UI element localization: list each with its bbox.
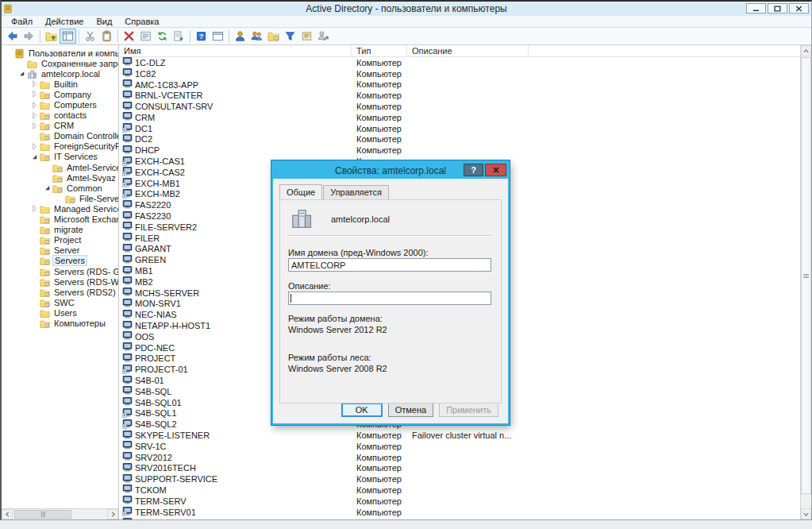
table-row[interactable]: CONSULTANT-SRVКомпьютер <box>119 101 800 112</box>
table-row[interactable]: TCKOMКомпьютер <box>119 485 800 496</box>
tree-item-computers[interactable]: Computers <box>2 99 118 110</box>
new-user-icon[interactable] <box>232 29 248 44</box>
tree-item-contacts[interactable]: contacts <box>2 110 118 121</box>
chevron-collapsed-icon[interactable] <box>30 204 39 213</box>
chevron-expanded-icon[interactable] <box>17 69 26 78</box>
apply-button[interactable]: Применить <box>439 403 498 417</box>
chevron-collapsed-icon[interactable] <box>30 122 39 130</box>
chevron-collapsed-icon[interactable] <box>30 111 39 120</box>
description-field[interactable] <box>288 292 491 305</box>
scroll-down-arrow-icon[interactable] <box>801 508 811 519</box>
column-header-type[interactable]: Тип <box>352 45 407 56</box>
cut-icon[interactable] <box>82 29 98 44</box>
table-row[interactable]: SRV-1CКомпьютер <box>119 441 800 452</box>
tab-managed-by[interactable]: Управляется <box>323 185 389 200</box>
tree-item-domain-controllers[interactable]: Domain Controllers <box>2 131 118 141</box>
export-list-icon[interactable] <box>171 29 187 44</box>
tree-item-builtin[interactable]: Builtin <box>2 79 118 89</box>
table-row[interactable]: BRNL-VCENTERКомпьютер <box>119 90 800 101</box>
maximize-button[interactable] <box>768 3 787 14</box>
menu-help[interactable]: Справка <box>118 16 165 28</box>
window-icon[interactable] <box>210 29 226 44</box>
menu-file[interactable]: Файл <box>5 16 39 28</box>
show-tree-icon[interactable] <box>60 29 76 44</box>
tree-item-users[interactable]: Users <box>2 307 118 318</box>
new-group-icon[interactable] <box>248 29 265 44</box>
list-vertical-scrollbar[interactable] <box>800 45 811 519</box>
table-row[interactable]: SRV2016TECHКомпьютер <box>119 462 800 473</box>
menu-view[interactable]: Вид <box>90 16 118 28</box>
delete-icon[interactable] <box>121 29 137 44</box>
table-row[interactable]: DC2Компьютер <box>119 134 800 145</box>
minimize-button[interactable] <box>746 3 766 14</box>
list-scrollbar-thumb[interactable] <box>801 57 811 494</box>
tree-item-foreignsecurityprincipals[interactable]: ForeignSecurityPrincipals <box>2 141 118 152</box>
chevron-expanded-icon[interactable] <box>43 183 52 192</box>
properties-icon[interactable] <box>137 29 154 44</box>
table-row[interactable]: SUPPORT-SERVICEКомпьютер <box>119 473 800 485</box>
chevron-collapsed-icon[interactable] <box>30 90 39 98</box>
chevron-expanded-icon[interactable] <box>30 153 39 161</box>
table-row[interactable] <box>119 517 800 519</box>
tree-scrollbar-thumb[interactable] <box>14 510 71 519</box>
add-member-icon[interactable] <box>315 29 332 44</box>
scroll-up-arrow-icon[interactable] <box>801 45 811 56</box>
dialog-close-button[interactable] <box>485 164 506 176</box>
forward-icon[interactable] <box>21 29 37 44</box>
table-row[interactable]: SKYPE-LISTENERКомпьютерFailover cluster … <box>119 430 800 441</box>
table-row[interactable]: 1C82Компьютер <box>119 68 800 79</box>
table-row[interactable]: SRV2012Компьютер <box>119 452 800 463</box>
table-row[interactable]: 1C-DLZКомпьютер <box>119 57 800 68</box>
chevron-collapsed-icon[interactable] <box>30 101 39 110</box>
table-row[interactable]: TERM-SERVКомпьютер <box>119 496 800 507</box>
table-row[interactable]: TERM-SERV01Компьютер <box>119 507 800 518</box>
ok-button[interactable]: OK <box>341 403 383 417</box>
scroll-left-arrow-icon[interactable] <box>2 509 13 519</box>
tree-item-managed-service-accoun[interactable]: Managed Service Accoun <box>2 203 118 214</box>
tree-item-it-services[interactable]: IT Services <box>2 152 118 162</box>
chevron-collapsed-icon[interactable] <box>30 142 39 151</box>
dialog-help-button[interactable]: ? <box>464 164 483 176</box>
tree-item-server[interactable]: Server <box>2 245 118 256</box>
filter-icon[interactable] <box>282 29 298 44</box>
tree-item-amtel-service[interactable]: Amtel-Service <box>2 162 118 172</box>
tree-item-компьютеры[interactable]: Компьютеры <box>2 318 118 328</box>
tree-item-servers-rds-gw-termin[interactable]: Servers (RDS- GW Termin <box>2 266 118 276</box>
close-button[interactable] <box>789 3 809 14</box>
netbios-name-field[interactable] <box>288 258 491 272</box>
scroll-right-arrow-icon[interactable] <box>107 509 118 519</box>
tree-item-servers-rds-webapp-[interactable]: Servers (RDS-WebApp) <box>2 276 118 287</box>
column-header-description[interactable]: Описание <box>407 45 529 56</box>
refresh-icon[interactable] <box>154 29 171 44</box>
chevron-collapsed-icon[interactable] <box>30 79 39 88</box>
tree-item-crm[interactable]: CRM <box>2 121 118 131</box>
table-row[interactable]: AMC-1C83-APPКомпьютер <box>119 79 800 91</box>
tree-item-microsoft-exchange-secu[interactable]: Microsoft Exchange Secu <box>2 214 118 225</box>
table-row[interactable]: DC1Компьютер <box>119 123 800 134</box>
tree-item-amtel-svyaz[interactable]: Amtel-Svyaz <box>2 172 118 183</box>
tree-item-swc[interactable]: SWC <box>2 297 118 307</box>
tree-item-servers[interactable]: Servers <box>2 256 118 266</box>
tree-item-сохраненные-запросы[interactable]: Сохраненные запросы <box>2 58 118 68</box>
tree-item-amtelcorp-local[interactable]: amtelcorp.local <box>2 68 118 79</box>
tree-item-пользователи-и-компьютеры[interactable]: Пользователи и компьютеры <box>2 48 118 58</box>
tree-item-file-server[interactable]: File-Server <box>2 193 118 203</box>
up-level-icon[interactable] <box>43 29 60 44</box>
tree-item-project[interactable]: Project <box>2 235 118 245</box>
tree-item-common[interactable]: Common <box>2 183 118 193</box>
cancel-button[interactable]: Отмена <box>388 403 433 417</box>
menu-action[interactable]: Действие <box>39 16 90 28</box>
table-row[interactable]: CRMКомпьютер <box>119 112 800 123</box>
tab-general[interactable]: Общие <box>279 184 322 199</box>
new-ou-icon[interactable] <box>265 29 282 44</box>
table-row[interactable]: DHCPКомпьютер <box>119 145 800 156</box>
tree-item-company[interactable]: Company <box>2 89 118 99</box>
tree-item-servers-rds2-[interactable]: Servers (RDS2) <box>2 287 118 297</box>
view-list-icon[interactable] <box>298 29 315 44</box>
tree-item-migrate[interactable]: migrate <box>2 225 118 235</box>
tree-horizontal-scrollbar[interactable] <box>2 508 118 519</box>
column-header-name[interactable]: Имя <box>119 45 352 56</box>
back-icon[interactable] <box>4 29 21 44</box>
paste-icon[interactable] <box>98 29 115 44</box>
help-icon[interactable]: ? <box>193 29 210 44</box>
